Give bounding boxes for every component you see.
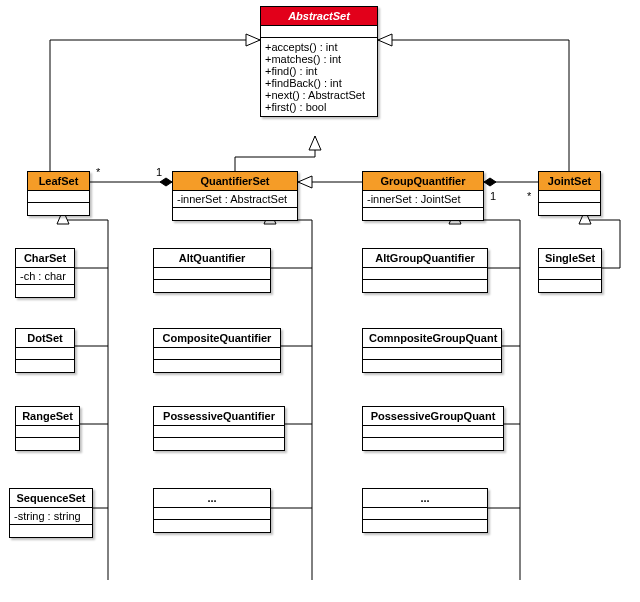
class-attrs — [16, 348, 74, 360]
class-ops — [539, 203, 600, 215]
class-title: CompositeQuantifier — [154, 329, 280, 348]
class-attrs — [363, 508, 487, 520]
class-abstractset: AbstractSet +accepts() : int +matches() … — [260, 6, 378, 117]
class-singleset: SingleSet — [538, 248, 602, 293]
class-attrs — [363, 426, 503, 438]
class-attrs — [539, 268, 601, 280]
method-row: +first() : bool — [265, 101, 373, 113]
method-row: +findBack() : int — [265, 77, 373, 89]
class-dotset: DotSet — [15, 328, 75, 373]
class-title: GroupQuantifier — [363, 172, 483, 191]
class-groupquantifier: GroupQuantifier -innerSet : JointSet — [362, 171, 484, 221]
class-ops — [16, 438, 79, 450]
class-ops — [539, 280, 601, 292]
class-title: DotSet — [16, 329, 74, 348]
class-compositegroupquant: ComnpositeGroupQuant — [362, 328, 502, 373]
class-compositequantifier: CompositeQuantifier — [153, 328, 281, 373]
class-attrs — [28, 191, 89, 203]
class-attrs — [539, 191, 600, 203]
class-group-etc: ... — [362, 488, 488, 533]
class-rangeset: RangeSet — [15, 406, 80, 451]
class-attrs — [261, 26, 377, 38]
class-title: RangeSet — [16, 407, 79, 426]
class-title: QuantifierSet — [173, 172, 297, 191]
class-title: SingleSet — [539, 249, 601, 268]
class-attrs — [154, 268, 270, 280]
class-quantifierset: QuantifierSet -innerSet : AbstractSet — [172, 171, 298, 221]
class-ops — [363, 360, 501, 372]
class-attrs: -innerSet : JointSet — [363, 191, 483, 208]
class-ops — [16, 285, 74, 297]
class-attrs — [154, 508, 270, 520]
uml-canvas: * 1 1 * AbstractSet +accepts() : int +ma… — [0, 0, 640, 602]
class-ops — [16, 360, 74, 372]
class-leafset: LeafSet — [27, 171, 90, 216]
class-altquantifier: AltQuantifier — [153, 248, 271, 293]
method-row: +next() : AbstractSet — [265, 89, 373, 101]
class-title: CharSet — [16, 249, 74, 268]
class-methods: +accepts() : int +matches() : int +find(… — [261, 38, 377, 116]
class-ops — [173, 208, 297, 220]
class-charset: CharSet -ch : char — [15, 248, 75, 298]
class-title: PossessiveQuantifier — [154, 407, 284, 426]
method-row: +accepts() : int — [265, 41, 373, 53]
class-attrs: -string : string — [10, 508, 92, 525]
class-jointset: JointSet — [538, 171, 601, 216]
class-ops — [363, 438, 503, 450]
class-ops — [28, 203, 89, 215]
class-title: LeafSet — [28, 172, 89, 191]
mult-joint-one: 1 — [490, 190, 496, 202]
mult-joint-star: * — [527, 190, 531, 202]
class-title: JointSet — [539, 172, 600, 191]
class-title: SequenceSet — [10, 489, 92, 508]
method-row: +find() : int — [265, 65, 373, 77]
method-row: +matches() : int — [265, 53, 373, 65]
mult-leaf-star: * — [96, 166, 100, 178]
class-attrs — [363, 348, 501, 360]
mult-leaf-one: 1 — [156, 166, 162, 178]
class-attrs: -innerSet : AbstractSet — [173, 191, 297, 208]
class-title: AltQuantifier — [154, 249, 270, 268]
class-possessivegroupquant: PossessiveGroupQuant — [362, 406, 504, 451]
class-ops — [154, 438, 284, 450]
class-possessivequantifier: PossessiveQuantifier — [153, 406, 285, 451]
class-ops — [363, 208, 483, 220]
class-attrs — [154, 426, 284, 438]
class-sequenceset: SequenceSet -string : string — [9, 488, 93, 538]
class-attrs — [363, 268, 487, 280]
class-quant-etc: ... — [153, 488, 271, 533]
class-attrs — [16, 426, 79, 438]
class-ops — [363, 280, 487, 292]
class-ops — [10, 525, 92, 537]
class-title: ComnpositeGroupQuant — [363, 329, 501, 348]
class-ops — [363, 520, 487, 532]
class-ops — [154, 280, 270, 292]
class-altgroupquantifier: AltGroupQuantifier — [362, 248, 488, 293]
class-title: ... — [154, 489, 270, 508]
class-title: AbstractSet — [261, 7, 377, 26]
class-title: PossessiveGroupQuant — [363, 407, 503, 426]
class-title: ... — [363, 489, 487, 508]
class-title: AltGroupQuantifier — [363, 249, 487, 268]
class-ops — [154, 520, 270, 532]
class-ops — [154, 360, 280, 372]
class-attrs — [154, 348, 280, 360]
class-attrs: -ch : char — [16, 268, 74, 285]
